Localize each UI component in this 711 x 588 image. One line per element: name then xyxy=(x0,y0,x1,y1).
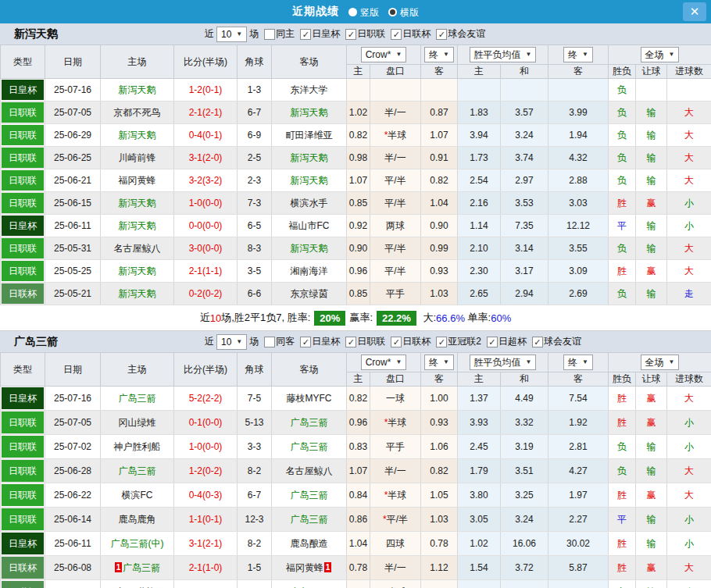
filter-checkbox-label: 日超杯 xyxy=(498,335,527,348)
result-goals-cell: 大 xyxy=(667,102,711,124)
scope-group-header: 全场▼ xyxy=(609,353,711,372)
match-type-cell: 日职联 xyxy=(1,169,45,192)
avg-select[interactable]: 胜平负均值▼ xyxy=(470,47,537,62)
score-cell: 0-0(0-0) xyxy=(174,215,238,237)
avg-home-cell: 1.73 xyxy=(458,147,501,169)
odds-away-cell: 0.82 xyxy=(421,169,458,192)
layout-radio[interactable] xyxy=(348,8,357,16)
avg-select[interactable]: 胜平负均值▼ xyxy=(470,355,537,370)
avg-draw-cell: 3.74 xyxy=(501,147,548,169)
summary-count: 10 xyxy=(210,312,221,324)
filter-checkbox[interactable]: ✓ xyxy=(345,29,356,40)
match-type-cell: 日职联 xyxy=(1,260,45,283)
score-cell: 1-0(0-0) xyxy=(174,580,238,588)
avg-home-cell: 1.79 xyxy=(458,459,501,483)
odds-home-cell xyxy=(347,79,370,102)
filter-checkbox[interactable]: ✓ xyxy=(391,29,402,40)
recent-count-select[interactable]: 10▼ xyxy=(216,334,247,350)
avg-away-cell: 4.32 xyxy=(548,147,609,169)
avg-final-select[interactable]: 终▼ xyxy=(563,47,593,62)
home-team-cell: 新泻天鹅 xyxy=(101,124,174,147)
result-handicap-cell: 输 xyxy=(636,459,667,483)
home-team-cell: 横滨FC xyxy=(101,483,174,508)
match-type-badge: 日职联 xyxy=(2,170,44,191)
filter-checkbox[interactable] xyxy=(264,29,275,40)
filter-checkbox-label: 日联杯 xyxy=(402,27,431,41)
away-team-name: 新泻天鹅 xyxy=(291,152,328,163)
scope-select[interactable]: 全场▼ xyxy=(641,355,680,370)
away-team-name: 新泻天鹅 xyxy=(291,175,328,186)
titlebar: 近期战绩 竖版横版 ✕ xyxy=(0,0,711,23)
single-rate-label: 单率: xyxy=(465,311,491,325)
filter-checkbox[interactable]: ✓ xyxy=(436,29,447,40)
match-type-cell: 日职联 xyxy=(1,435,45,459)
match-type-badge: 日职联 xyxy=(2,412,44,433)
avg-home-cell: 2.45 xyxy=(458,435,501,459)
avg-away-cell: 7.54 xyxy=(548,387,609,411)
corner-cell: 8-3 xyxy=(238,237,272,260)
sub-column-header: 进球数 xyxy=(667,372,711,387)
filter-checkbox[interactable] xyxy=(264,337,275,347)
match-type-cell: 日皇杯 xyxy=(1,387,45,411)
filter-checkbox[interactable]: ✓ xyxy=(345,337,356,347)
recent-count-select[interactable]: 10▼ xyxy=(216,27,247,42)
home-team-name: 新泻天鹅 xyxy=(119,265,156,276)
odds-company-select[interactable]: Crow*▼ xyxy=(361,47,407,62)
avg-final-select[interactable]: 终▼ xyxy=(563,355,593,370)
home-team-name: 广岛三箭 xyxy=(119,465,156,476)
handicap-cell: 半/一 xyxy=(370,459,421,483)
result-wdl-cell: 负 xyxy=(609,580,636,588)
odds-away-cell: 1.07 xyxy=(421,124,458,147)
sub-column-header: 和 xyxy=(501,65,548,79)
summary-prefix: 近 xyxy=(200,311,210,325)
match-type-cell: 日职联 xyxy=(1,102,45,124)
odds-company-select-value: Crow* xyxy=(366,48,391,62)
team-title: 广岛三箭 xyxy=(0,335,205,349)
handicap-text: 半球 xyxy=(388,490,406,501)
scope-select[interactable]: 全场▼ xyxy=(641,47,680,62)
layout-radio[interactable] xyxy=(388,8,397,16)
avg-away-cell: 12.12 xyxy=(548,215,609,237)
odds-company-select[interactable]: Crow*▼ xyxy=(361,355,407,370)
avg-away-cell: 3.99 xyxy=(548,102,609,124)
match-type-badge: 日皇杯 xyxy=(2,80,44,100)
table-row: 日联杯25-05-21新泻天鹅0-2(0-2)6-6东京绿茵0.85平手1.03… xyxy=(1,283,711,305)
odds-final-select[interactable]: 终▼ xyxy=(424,47,454,62)
table-row: 日联杯25-06-04福冈黄蜂1-0(0-0)7-7广岛三箭0.82*半球1.0… xyxy=(1,580,711,588)
odds-final-select[interactable]: 终▼ xyxy=(424,355,454,370)
close-icon[interactable]: ✕ xyxy=(683,2,706,21)
result-goals-cell: 走 xyxy=(667,283,711,305)
filter-checkbox[interactable]: ✓ xyxy=(391,337,402,347)
home-team-cell: 神户胜利船 xyxy=(101,435,174,459)
score-cell: 0-4(0-1) xyxy=(174,124,238,147)
corner-cell: 7-5 xyxy=(238,387,272,411)
match-type-cell: 日皇杯 xyxy=(1,532,45,556)
odds-away-cell xyxy=(421,79,458,102)
away-team-name: 广岛三箭 xyxy=(291,490,328,501)
avg-home-cell: 3.80 xyxy=(458,483,501,508)
odds-away-cell: 1.12 xyxy=(421,556,458,580)
odds-home-cell: 0.90 xyxy=(347,237,370,260)
filter-checkbox[interactable]: ✓ xyxy=(436,337,447,347)
avg-home-cell: 3.93 xyxy=(458,411,501,435)
sub-column-header: 胜负 xyxy=(609,372,636,387)
filter-checkbox[interactable]: ✓ xyxy=(532,337,543,347)
handicap-text: 半球 xyxy=(388,130,406,141)
filter-checkbox[interactable]: ✓ xyxy=(300,337,311,347)
avg-away-cell: 5.87 xyxy=(548,556,609,580)
filter-checkbox[interactable]: ✓ xyxy=(300,29,311,40)
avg-draw-cell xyxy=(501,79,548,102)
avg-draw-cell: 3.53 xyxy=(501,192,548,215)
handicap-cell xyxy=(370,79,421,102)
filter-checkbox-label: 亚冠联2 xyxy=(448,335,481,348)
filter-checkbox-label: 同主 xyxy=(276,27,295,41)
sub-column-header: 进球数 xyxy=(667,65,711,79)
odds-home-cell: 0.78 xyxy=(347,556,370,580)
filter-checkbox[interactable]: ✓ xyxy=(487,337,498,347)
home-team-name: 广岛三箭 xyxy=(119,393,156,404)
avg-draw-cell: 3.24 xyxy=(501,124,548,147)
handicap-cell: 半/一 xyxy=(370,556,421,580)
result-goals-cell: 大 xyxy=(667,459,711,483)
result-wdl-cell: 胜 xyxy=(609,260,636,283)
table-row: 日职联25-05-31名古屋鲸八3-0(0-0)8-3新泻天鹅0.90平/半0.… xyxy=(1,237,711,260)
